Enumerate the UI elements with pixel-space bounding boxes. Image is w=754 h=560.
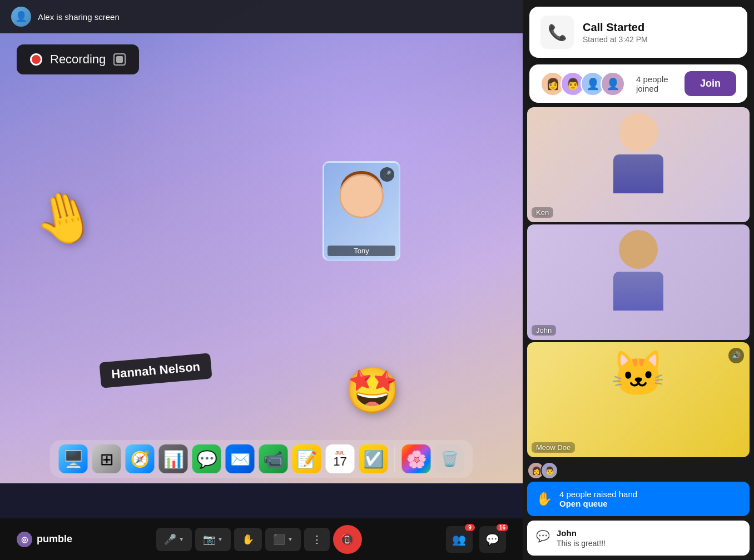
- message-sender-name: John: [557, 528, 606, 538]
- dock-mail[interactable]: ✉️: [226, 444, 255, 473]
- raised-hand-avatar-2: 👨: [540, 462, 558, 479]
- tony-head: [339, 174, 384, 218]
- screen-share-label: Alex is sharing screen: [38, 12, 120, 22]
- dock-photos[interactable]: 🌸: [402, 444, 431, 473]
- toolbar-controls: 🎤 ▼ 📷 ▼ ✋ ⬛ ▼ ⋮ 📵: [156, 525, 362, 554]
- dock-trash[interactable]: 🗑️: [435, 444, 464, 473]
- call-time: Started at 3:42 PM: [583, 35, 736, 44]
- star-emoji: 🤩: [345, 364, 400, 417]
- end-call-button[interactable]: 📵: [333, 525, 362, 554]
- dock-facetime[interactable]: 📹: [259, 444, 288, 473]
- meow-speaker-icon: 🔊: [728, 348, 744, 363]
- raised-hands-avatars-area: 👩 👨: [523, 462, 754, 479]
- call-notification-card: 📞 Call Started Started at 3:42 PM: [529, 7, 747, 58]
- dock-messages[interactable]: 💬: [192, 444, 221, 473]
- dock-finder[interactable]: 🖥️: [59, 444, 88, 473]
- microphone-icon: 🎤: [164, 533, 176, 546]
- ken-head: [619, 113, 658, 152]
- participants-icon: 👥: [452, 533, 466, 546]
- mic-dropdown-arrow: ▼: [178, 536, 184, 542]
- more-icon: ⋮: [312, 533, 322, 546]
- mac-dock: 🖥️ ⊞ 🧭 📊 💬 ✉️ 📹 📝 JUL 17 ☑️ 🌸 🗑️: [50, 440, 473, 478]
- pumble-logo-text: pumble: [37, 533, 72, 545]
- raised-hand-icon: ✋: [536, 491, 553, 507]
- dock-safari[interactable]: 🧭: [126, 444, 155, 473]
- call-info: Call Started Started at 3:42 PM: [583, 21, 736, 44]
- recording-badge: Recording: [17, 44, 139, 74]
- raised-hands-avatars: 👩 👨: [527, 462, 558, 479]
- end-call-icon: 📵: [340, 533, 354, 546]
- john-video-card: John: [527, 224, 750, 339]
- dock-separator: [395, 447, 395, 471]
- right-sidebar: 📞 Call Started Started at 3:42 PM 👩 👨 👤 …: [523, 0, 754, 560]
- share-screen-icon: ⬛: [273, 533, 285, 546]
- dock-launchpad[interactable]: ⊞: [92, 444, 121, 473]
- dock-calendar[interactable]: JUL 17: [326, 444, 355, 473]
- tony-muted-icon: 🎤: [380, 167, 394, 182]
- raise-hand-icon: ✋: [242, 533, 254, 546]
- recording-label: Recording: [50, 52, 106, 67]
- john-head: [619, 230, 658, 269]
- message-text: This is great!!!: [557, 539, 606, 548]
- screen-share-header: 👤 Alex is sharing screen: [0, 0, 523, 33]
- call-phone-icon-box: 📞: [540, 16, 574, 49]
- participants-video-grid: Ken John 🐱 🔊 Meow Doe: [523, 103, 754, 462]
- toolbar-right-actions: 👥 9 💬 16: [446, 526, 506, 553]
- raised-hands-info: 4 people raised hand Open queue: [559, 489, 741, 508]
- toolbar-branding: ◎ pumble: [17, 532, 72, 547]
- stop-icon: [116, 56, 123, 63]
- message-icon: 💬: [536, 529, 550, 543]
- ken-figure: [605, 107, 672, 196]
- participants-button[interactable]: 👥 9: [446, 526, 473, 553]
- open-queue-label: Open queue: [559, 499, 741, 508]
- participants-join-row: 👩 👨 👤 👤 4 people joined Join: [529, 64, 747, 103]
- raised-hands-count: 4 people raised hand: [559, 489, 741, 499]
- share-screen-button[interactable]: ⬛ ▼: [265, 528, 301, 551]
- ken-body: [613, 154, 663, 193]
- camera-button[interactable]: 📷 ▼: [195, 528, 231, 551]
- message-content: John This is great!!!: [557, 528, 606, 548]
- dock-notes[interactable]: 📝: [292, 444, 321, 473]
- main-video-area: 🤚 Hannah Nelson 🎤 Tony 🤩 🖥️ ⊞ 🧭 📊 💬 ✉️ 📹…: [0, 0, 523, 560]
- presenter-avatar: 👤: [11, 7, 31, 27]
- stop-recording-button[interactable]: [113, 53, 126, 66]
- raise-hand-button[interactable]: ✋: [234, 528, 262, 551]
- pumble-logo: ◎ pumble: [17, 532, 72, 547]
- camera-icon: 📷: [203, 533, 215, 546]
- participant-avatars: 👩 👨 👤 👤: [540, 72, 625, 96]
- dock-keynote[interactable]: 📊: [159, 444, 188, 473]
- participant-avatar-4: 👤: [601, 72, 625, 96]
- join-button[interactable]: Join: [684, 71, 736, 96]
- ken-video-card: Ken: [527, 107, 750, 222]
- tony-video-card: 🎤 Tony: [323, 161, 400, 261]
- call-title: Call Started: [583, 21, 736, 34]
- chat-icon: 💬: [485, 533, 499, 546]
- john-figure: [605, 224, 672, 313]
- chat-badge: 16: [497, 524, 508, 531]
- more-options-button[interactable]: ⋮: [304, 528, 330, 551]
- microphone-button[interactable]: 🎤 ▼: [156, 528, 192, 551]
- message-preview-card: 💬 John This is great!!!: [527, 521, 750, 556]
- john-name-label: John: [532, 325, 556, 336]
- ken-name-label: Ken: [532, 207, 553, 218]
- tony-name-label: Tony: [328, 246, 395, 256]
- share-dropdown-arrow: ▼: [287, 536, 293, 542]
- phone-icon: 📞: [548, 23, 567, 42]
- john-body: [613, 272, 663, 311]
- recording-dot: [30, 53, 42, 66]
- chat-button[interactable]: 💬 16: [479, 526, 506, 553]
- pumble-logo-icon: ◎: [17, 532, 32, 547]
- call-toolbar: ◎ pumble 🎤 ▼ 📷 ▼ ✋ ⬛ ▼ ⋮: [0, 518, 523, 560]
- meow-figure: 🐱: [611, 348, 666, 400]
- calendar-date: 17: [333, 456, 346, 468]
- people-joined-count: 4 people joined: [636, 74, 678, 93]
- meow-video-card: 🐱 🔊 Meow Doe: [527, 342, 750, 457]
- dock-reminders[interactable]: ☑️: [359, 444, 388, 473]
- raised-hands-card[interactable]: ✋ 4 people raised hand Open queue: [527, 482, 750, 516]
- participants-badge: 9: [465, 524, 475, 531]
- cam-dropdown-arrow: ▼: [217, 536, 223, 542]
- meow-name-label: Meow Doe: [532, 442, 575, 453]
